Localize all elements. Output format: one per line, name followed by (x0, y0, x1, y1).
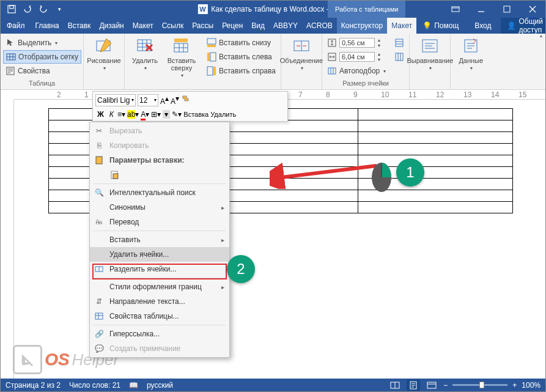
menu-smart-lookup[interactable]: 🔍Интеллектуальный поиск (90, 185, 229, 200)
mini-insert-button[interactable]: Вставка (183, 111, 208, 118)
autofit-button[interactable]: Автоподбор (325, 64, 388, 78)
direction-icon: ⇵ (94, 296, 105, 307)
align-button[interactable]: ≡▾ (117, 110, 125, 119)
distribute-rows-button[interactable] (392, 36, 407, 50)
draw-button[interactable]: Рисование (86, 35, 122, 72)
select-button[interactable]: Выделить (3, 36, 81, 50)
svg-rect-24 (96, 157, 102, 164)
maximize-icon[interactable] (494, 1, 520, 18)
tab-page-layout[interactable]: Макет (128, 18, 158, 34)
tab-references[interactable]: Ссылк (158, 18, 188, 34)
search-icon: 🔍 (94, 187, 105, 198)
tab-home[interactable]: Главна (31, 18, 64, 34)
size-selector[interactable]: 12▾ (138, 94, 158, 106)
shrink-font-icon[interactable]: A▾ (171, 94, 179, 106)
menu-border-styles[interactable]: Стили оформления границ▸ (90, 279, 229, 294)
redo-icon[interactable] (36, 2, 51, 17)
highlight-button[interactable]: ab▾ (127, 110, 139, 119)
read-mode-icon[interactable] (388, 380, 402, 391)
height-icon (327, 38, 337, 48)
spellcheck-icon[interactable]: 📖 (129, 381, 138, 390)
zoom-level[interactable]: 100% (522, 381, 540, 390)
shading-button[interactable]: ▾ (163, 110, 170, 119)
tab-table-design[interactable]: Конструктор (337, 18, 387, 34)
delete-button[interactable]: Удалить (127, 35, 163, 72)
svg-rect-28 (95, 313, 103, 319)
vertical-ruler[interactable] (1, 100, 14, 379)
styles-button[interactable]: ✎▾ (172, 110, 182, 119)
font-color-button[interactable]: A▾ (141, 110, 149, 119)
collapse-ribbon-icon[interactable]: ˄ (539, 35, 543, 43)
width-field[interactable]: 6,04 см▴▾ (325, 50, 388, 64)
menu-table-properties[interactable]: Свойства таблицы... (90, 309, 229, 324)
tab-design[interactable]: Дизайн (95, 18, 128, 34)
comment-icon: 💬 (94, 343, 105, 354)
zoom-out-icon[interactable]: − (443, 381, 448, 390)
distribute-cols-button[interactable] (392, 50, 407, 64)
share-button[interactable]: 👤Общий доступ (501, 17, 546, 34)
properties-button[interactable]: Свойства (3, 64, 81, 78)
svg-rect-2 (452, 7, 459, 12)
insert-right-button[interactable]: Вставить справа (204, 64, 278, 78)
font-selector[interactable]: Calibri Lig▾ (95, 94, 136, 106)
italic-button[interactable]: К (108, 110, 116, 119)
tab-review[interactable]: Рецен (218, 18, 247, 34)
format-painter-icon[interactable] (181, 95, 190, 105)
width-icon (327, 52, 337, 62)
tab-file[interactable]: Файл (1, 18, 31, 34)
distribute-cols-icon (394, 52, 404, 62)
menu-insert[interactable]: Вставить▸ (90, 232, 229, 247)
tab-table-layout[interactable]: Макет (387, 18, 416, 34)
word-icon: W (197, 4, 207, 14)
zoom-slider[interactable] (452, 384, 507, 386)
word-count[interactable]: Число слов: 21 (69, 381, 120, 390)
minimize-icon[interactable] (468, 1, 494, 18)
table-tools-context: Работа с таблицами (328, 1, 405, 18)
svg-line-31 (277, 166, 377, 178)
insert-below-button[interactable]: Вставить снизу (204, 36, 278, 50)
svg-rect-26 (113, 174, 118, 179)
tab-view[interactable]: Вид (247, 18, 269, 34)
login-button[interactable]: Вход (468, 21, 497, 30)
undo-icon[interactable] (20, 2, 35, 17)
tab-insert[interactable]: Вставк (64, 18, 95, 34)
data-button[interactable]: Данные (453, 35, 489, 72)
borders-button[interactable]: ⊞▾ (151, 110, 161, 119)
web-layout-icon[interactable] (425, 380, 438, 391)
menu-split-cells[interactable]: Разделить ячейки... (90, 262, 229, 276)
grow-font-icon[interactable]: A▴ (160, 94, 169, 106)
height-field[interactable]: 0,56 см▴▾ (325, 36, 388, 50)
language-status[interactable]: русский (147, 381, 173, 390)
print-layout-icon[interactable] (407, 380, 420, 391)
menu-synonyms[interactable]: Синонимы▸ (90, 200, 229, 215)
insert-right-icon (207, 66, 216, 76)
insert-left-button[interactable]: Вставить слева (204, 50, 278, 64)
paste-nest-icon (109, 169, 120, 180)
page-status[interactable]: Страница 2 из 2 (6, 381, 61, 390)
zoom-in-icon[interactable]: + (512, 381, 517, 390)
group-title-cellsize: Размер ячейки (325, 78, 407, 88)
menu-text-direction[interactable]: ⇵Направление текста... (90, 294, 229, 309)
menu-paste-option-item[interactable] (90, 168, 229, 182)
menu-hyperlink[interactable]: 🔗Гиперссылка... (90, 327, 229, 341)
save-icon[interactable] (4, 2, 19, 17)
menu-delete-cells[interactable]: Удалить ячейки... (90, 247, 229, 262)
merge-button[interactable]: Объединение (284, 35, 319, 72)
gridlines-button[interactable]: Отобразить сетку (3, 50, 81, 64)
tab-acrobat[interactable]: ACROB (302, 18, 337, 34)
tell-me[interactable]: 💡Помощ (416, 21, 465, 30)
group-cell-size: 0,56 см▴▾ 6,04 см▴▾ Автоподбор Размер яч… (322, 34, 410, 89)
alignment-button[interactable]: Выравнивание (412, 35, 448, 72)
close-icon[interactable] (520, 1, 545, 18)
copy-icon: ⎘ (94, 140, 105, 151)
menu-paste-options: Параметры вставки: (90, 153, 229, 168)
ribbon-options-icon[interactable] (443, 1, 468, 18)
bold-button[interactable]: Ж (95, 110, 106, 119)
insert-above-button[interactable]: Вставить сверху (164, 35, 199, 80)
menu-translate[interactable]: 🗛Перевод (90, 215, 229, 229)
tab-mailings[interactable]: Рассы (188, 18, 218, 34)
ribbon-tabs: Файл Главна Вставк Дизайн Макет Ссылк Ра… (1, 18, 545, 34)
mini-delete-button[interactable]: Удалить (210, 111, 236, 118)
qat-customize-icon[interactable]: ▾ (52, 2, 67, 17)
tab-abbyy[interactable]: ABBYY (269, 18, 302, 34)
